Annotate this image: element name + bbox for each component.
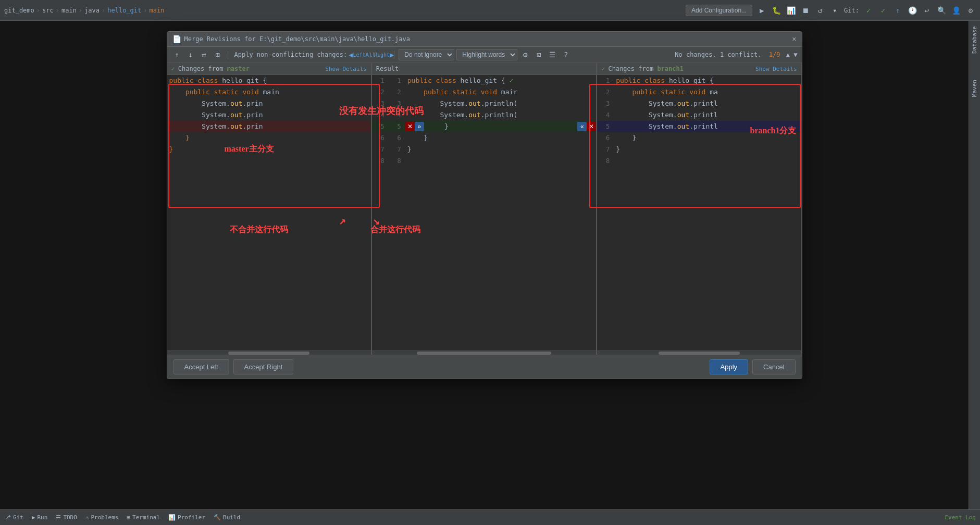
event-log-item[interactable]: Event Log — [945, 514, 976, 521]
columns-icon[interactable]: ⊡ — [533, 49, 544, 60]
maven-label[interactable]: Maven — [971, 80, 978, 97]
problems-icon: ⚠ — [85, 514, 89, 521]
code-line: public class hello_git { — [167, 75, 371, 86]
editor-area: 📄 Merge Revisions for E:\git_demo\src\ma… — [0, 21, 969, 509]
left-show-details[interactable]: Show Details — [325, 66, 366, 72]
code-line: System.out.prin — [167, 109, 371, 121]
git-rollback-icon[interactable]: ↩ — [922, 5, 932, 16]
reject-left-button[interactable]: ✕ — [405, 122, 415, 131]
play-button[interactable]: ▶ — [756, 5, 767, 16]
nav-up-icon[interactable]: ▲ — [786, 51, 790, 58]
accept-left-button[interactable]: Accept Left — [173, 359, 229, 374]
run-icon: ▶ — [32, 514, 35, 521]
status-bar: ⎇ Git ▶ Run ☰ TODO ⚠ Problems ⊞ Terminal… — [0, 509, 980, 525]
result-conflict-line: 5 5 ✕ » } « ✕ — [372, 121, 596, 132]
result-label: Result — [376, 65, 399, 72]
right-line-8: 8 — [597, 155, 801, 167]
stop-button[interactable]: ⏹ — [800, 5, 811, 16]
project-name[interactable]: git_demo — [4, 7, 34, 14]
right-line-2: 2 public static void ma — [597, 86, 801, 98]
run-label: Run — [38, 514, 48, 521]
code-line: } — [167, 132, 371, 144]
right-line-3: 3 System.out.printl — [597, 98, 801, 109]
search-icon[interactable]: 🔍 — [936, 5, 947, 16]
right-line-7: 7 } — [597, 144, 801, 155]
git-label: Git: — [844, 7, 859, 14]
branch-crumb[interactable]: main — [150, 7, 165, 14]
git-status-item[interactable]: ⎇ Git — [4, 514, 23, 521]
run-coverage-button[interactable]: 📊 — [786, 5, 796, 16]
event-log-label: Event Log — [945, 514, 976, 521]
dialog-close-button[interactable]: × — [792, 35, 796, 43]
nav-down-icon[interactable]: ▼ — [793, 51, 797, 58]
todo-status-item[interactable]: ☰ TODO — [56, 514, 77, 521]
reject-right-button[interactable]: ✕ — [587, 122, 596, 131]
build-status-item[interactable]: 🔨 Build — [214, 514, 240, 521]
toolbar-down-icon[interactable]: ↓ — [185, 49, 196, 60]
modal-footer: Accept Left Accept Right Apply Cancel — [167, 355, 802, 379]
left-branch-label: master — [227, 65, 250, 72]
src-crumb[interactable]: src — [42, 7, 54, 14]
modal-titlebar: 📄 Merge Revisions for E:\git_demo\src\ma… — [167, 32, 802, 47]
accept-right-button[interactable]: Accept Right — [233, 359, 294, 374]
accept-left-merge-button[interactable]: » — [415, 122, 424, 131]
highlight-dropdown[interactable]: Highlight words — [456, 49, 517, 60]
modal-title: 📄 Merge Revisions for E:\git_demo\src\ma… — [172, 35, 410, 43]
modal-toolbar: ↑ ↓ ⇄ ⊞ Apply non-conflicting changes: ◀… — [167, 47, 802, 63]
apply-right-icon[interactable]: Right ▶ — [378, 49, 390, 60]
git-status-label: Git — [13, 514, 23, 521]
toolbar-split-icon[interactable]: ⊞ — [212, 49, 224, 60]
todo-icon: ☰ — [56, 514, 61, 521]
add-config-button[interactable]: Add Configuration... — [686, 5, 752, 16]
settings-merge-icon[interactable]: ⚙ — [519, 49, 531, 60]
code-line: System.out.prin — [167, 98, 371, 109]
terminal-status-item[interactable]: ⊞ Terminal — [127, 514, 160, 521]
right-conflict-line: 5 System.out.printl — [597, 121, 801, 132]
file-crumb[interactable]: hello_git — [107, 7, 141, 14]
top-toolbar: git_demo › src › main › java › hello_git… — [0, 0, 980, 21]
right-code-area[interactable]: 1 public class hello_git { 2 public stat… — [597, 75, 801, 351]
user-icon[interactable]: 👤 — [951, 5, 961, 16]
right-panel-header: ✓ Changes from branch1 Show Details — [597, 63, 801, 75]
left-panel-header: ✓ Changes from master Show Details — [167, 63, 371, 75]
apply-left-icon[interactable]: ◀ Left — [351, 49, 363, 60]
build-label: Build — [223, 514, 240, 521]
right-side-panel: Database Maven — [969, 21, 980, 509]
accept-right-merge-button[interactable]: « — [577, 122, 587, 131]
result-line-3: 3 3 System.out.println( — [372, 98, 596, 109]
debug-button[interactable]: 🐛 — [771, 5, 781, 16]
java-crumb[interactable]: java — [84, 7, 100, 14]
git-check-icon[interactable]: ✓ — [863, 5, 874, 16]
help-icon[interactable]: ? — [560, 49, 572, 60]
apply-changes-label: Apply non-conflicting changes: — [234, 51, 348, 58]
profiler-status-item[interactable]: 📊 Profiler — [168, 514, 205, 521]
apply-button[interactable]: Apply — [710, 359, 749, 374]
git-push-icon[interactable]: ↑ — [892, 5, 903, 16]
profiler-icon: 📊 — [168, 514, 176, 521]
result-code-area[interactable]: 1 1 public class hello_git { ✓ 2 2 publi… — [372, 75, 596, 351]
terminal-label: Terminal — [132, 514, 160, 521]
database-label[interactable]: Database — [971, 26, 978, 54]
right-branch-label: branch1 — [657, 65, 684, 72]
ide-background: git_demo › src › main › java › hello_git… — [0, 0, 980, 525]
right-show-details[interactable]: Show Details — [755, 66, 797, 72]
main-crumb[interactable]: main — [61, 7, 77, 14]
chevron-down-icon[interactable]: ▾ — [829, 5, 840, 16]
result-line-2: 2 2 public static void mair — [372, 86, 596, 98]
git-history-icon[interactable]: 🕐 — [907, 5, 917, 16]
toolbar-diff-icon[interactable]: ⇄ — [199, 49, 210, 60]
left-diff-panel: ✓ Changes from master Show Details publi… — [167, 63, 371, 355]
todo-label: TODO — [63, 514, 77, 521]
run-status-item[interactable]: ▶ Run — [32, 514, 48, 521]
left-code-area[interactable]: public class hello_git { public static v… — [167, 75, 371, 351]
cancel-button[interactable]: Cancel — [752, 359, 795, 374]
toolbar-up-icon[interactable]: ↑ — [171, 49, 183, 60]
breadcrumb: git_demo › src › main › java › hello_git… — [4, 7, 164, 14]
settings-icon[interactable]: ⚙ — [965, 5, 976, 16]
problems-status-item[interactable]: ⚠ Problems — [85, 514, 119, 521]
toolbar-right: Add Configuration... ▶ 🐛 📊 ⏹ ↺ ▾ Git: ✓ … — [686, 5, 976, 16]
refresh-button[interactable]: ↺ — [815, 5, 825, 16]
gear-icon[interactable]: ☰ — [547, 49, 558, 60]
ignore-dropdown[interactable]: Do not ignore — [399, 49, 454, 60]
git-merge-icon[interactable]: ✓ — [878, 5, 888, 16]
